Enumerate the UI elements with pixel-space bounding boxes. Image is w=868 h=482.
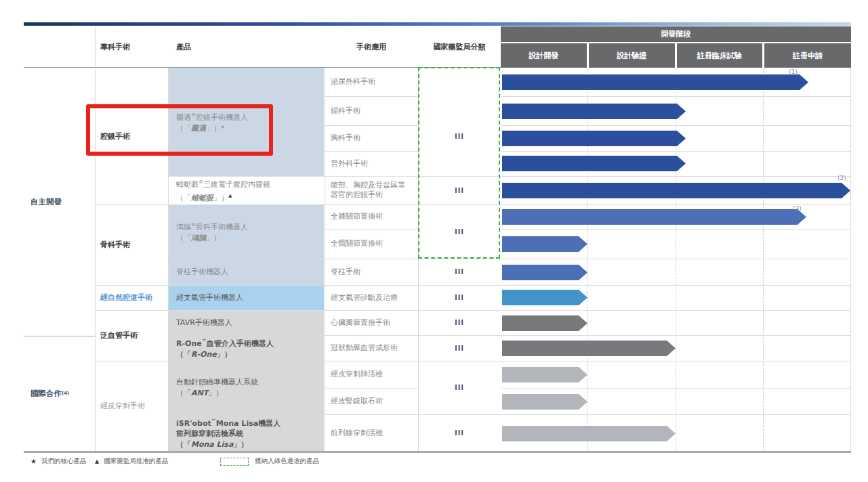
application-cell: 婦科手術 [325,96,418,125]
footnote-ref-1: (1) [789,68,798,75]
application-text: 心臟瓣膜置換手術 [331,318,390,328]
application-text: 泌尿外科手術 [331,77,375,87]
legend-text: 獲納入綠色通道的產品 [255,457,319,466]
progress-arrow [502,236,587,252]
application-cell: 腹部、胸腔及骨盆區等器官的腔鏡手術 [325,176,418,204]
stage-subheader-design-verify: 設計驗證 [589,43,675,68]
specialty-panvascular: 泛血管手術 [95,310,168,361]
product-dragonfly-eye: 蜻蜓眼®三維電子腹腔內窺鏡（「蜻蜓眼」）▲ [168,176,324,204]
application-cell: 經皮穿刺肺活檢 [325,361,418,388]
progress-arrow [502,394,587,410]
legend-approved-product: ▲國家藥監局批准的產品 [95,456,168,466]
application-text: 脊柱手術 [331,267,360,277]
application-cell: 普外科手術 [325,151,418,176]
product-name: 經支氣管手術機器人 [176,292,243,303]
nmpa-class-cell: III [418,285,501,310]
application-text: 經皮腎鏡取石術 [331,397,383,406]
application-cell: 胸科手術 [325,125,418,151]
nmpa-class-cell: III [418,259,501,285]
legend-text: 我們的核心產品 [41,457,87,466]
annotation-highlight-box [86,104,273,156]
application-text: 前列腺穿刺活檢 [331,429,383,438]
legend-core-product: ★我們的核心產品 [30,456,86,466]
grid-hline [501,96,850,97]
green-channel-swatch [220,458,249,466]
stage-header: 開發階段 [501,26,851,42]
header-accent-bar [24,22,851,26]
progress-arrow [502,131,686,146]
product-ant: 自動針頭瞄準機器人系統（「ANT」） [168,361,324,414]
progress-arrow [502,74,808,90]
progress-arrow [502,341,676,356]
product-name: 脊柱手術機器人 [176,267,228,278]
grid-hline [501,151,850,152]
product-spine-robot: 脊柱手術機器人 [168,259,324,285]
application-cell: 全髖關節置換術 [325,229,418,259]
application-text: 婦科手術 [331,106,360,116]
triangle-icon: ▲ [95,458,99,464]
application-text: 腹部、胸腔及骨盆區等器官的腔鏡手術 [331,181,405,200]
application-text: 經支氣管診斷及治療 [331,293,398,303]
application-cell: 泌尿外科手術 [325,68,418,96]
application-cell: 脊柱手術 [325,259,418,285]
grid-hline [501,388,850,389]
application-cell: 冠狀動脈血管成形術 [325,335,418,361]
product-monalisa: iSR'obot™Mona Lisa機器人前列腺穿刺活檢系統（「Mona Lis… [168,414,324,452]
product-name: iSR'obot™Mona Lisa機器人前列腺穿刺活檢系統（「Mona Lis… [176,416,281,451]
grid-hline [501,229,850,229]
application-text: 胸科手術 [331,133,360,143]
progress-arrow [502,156,686,171]
product-name: 鴻鵠®骨科手術機器人（「鴻鵠」） [176,219,248,244]
stage-subheader-design-dev: 設計開發 [501,43,587,68]
application-cell: 前列腺穿刺活檢 [325,414,418,452]
footnote-ref-3: (3) [793,205,802,212]
specialty-percutaneous: 經皮穿刺手術 [95,361,168,451]
product-honghu: 鴻鵠®骨科手術機器人（「鴻鵠」） [168,204,324,259]
product-bronchoscopy-robot: 經支氣管手術機器人 [168,285,324,310]
nmpa-class-cell: III [418,361,501,414]
group-label-self-developed: 自主開發 [24,68,95,336]
pipeline-chart: 專科手術 產品 手術應用 國家藥監局分類 開發階段 設計開發 設計驗證 註冊臨床… [0,0,868,482]
product-rone: R-One™血管介入手術機器人（「R-One」） [168,335,324,361]
product-tavr: TAVR手術機器人 [168,310,324,335]
legend-green-channel: 獲納入綠色通道的產品 [255,456,319,466]
progress-arrow [502,209,806,225]
progress-arrow [502,265,587,280]
footnote-ref-2: (2) [838,175,846,181]
application-text: 經皮穿刺肺活檢 [331,370,383,379]
grid-hline [501,125,850,126]
application-text: 普外科手術 [331,159,368,169]
group-label-text: 自主開發 [30,197,62,207]
column-header-specialty: 專科手術 [100,26,165,67]
specialty-natural-orifice: 經自然腔道手術 [95,285,168,310]
application-cell: 心臟瓣膜置換手術 [325,310,418,335]
progress-arrow [502,426,676,441]
product-name: 蜻蜓眼®三維電子腹腔內窺鏡（「蜻蜓眼」）▲ [176,177,270,203]
grid-vline [850,68,851,451]
column-header-nmpa-class: 國家藥監局分類 [418,26,501,67]
application-text: 全髖關節置換術 [331,239,383,248]
progress-arrow [502,315,587,331]
nmpa-class-cell: III [418,204,501,259]
group-label-sup: (4) [62,391,69,396]
application-text: 冠狀動脈血管成形術 [331,343,398,353]
progress-arrow [502,367,587,382]
application-cell: 全膝關節置換術 [325,204,418,229]
page: { "header": { "col_specialty": "專科手術", "… [0,0,868,482]
progress-arrow [502,104,686,119]
column-header-product: 產品 [176,26,312,67]
stage-subheader-clinical-trial: 註冊臨床試驗 [677,43,762,68]
application-cell: 經支氣管診斷及治療 [325,285,418,310]
nmpa-class-cell: III [418,335,501,361]
column-header-application: 手術應用 [325,26,418,67]
star-icon: ★ [30,458,37,465]
progress-arrow [502,183,850,198]
legend-text: 國家藥監局批准的產品 [104,457,168,466]
application-cell: 經皮腎鏡取石術 [325,388,418,414]
nmpa-class-cell: III [418,96,501,176]
product-name: 自動針頭瞄準機器人系統（「ANT」） [176,377,258,399]
progress-arrow [502,290,587,305]
application-text: 全膝關節置換術 [331,212,383,221]
group-label-international: 國際合作(4) [24,336,95,451]
product-name: R-One™血管介入手術機器人（「R-One」） [176,336,274,360]
